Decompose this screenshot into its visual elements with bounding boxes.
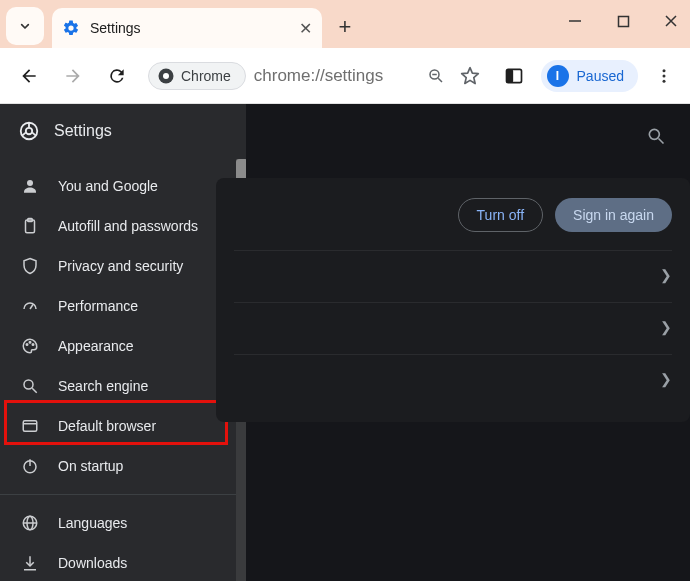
svg-rect-23 bbox=[23, 421, 37, 432]
svg-point-20 bbox=[32, 344, 34, 346]
profile-status-label: Paused bbox=[577, 68, 624, 84]
sidebar-item-label: You and Google bbox=[58, 178, 158, 194]
svg-point-13 bbox=[26, 128, 32, 134]
settings-main: Turn off Sign in again ❯ ❯ ❯ bbox=[246, 104, 690, 581]
tab-close-button[interactable]: ✕ bbox=[299, 19, 312, 38]
sidebar-item-performance[interactable]: Performance bbox=[0, 286, 246, 326]
svg-point-11 bbox=[663, 79, 666, 82]
side-panel-button[interactable] bbox=[497, 59, 531, 93]
sidebar-item-label: Languages bbox=[58, 515, 127, 531]
sync-card: Turn off Sign in again ❯ ❯ ❯ bbox=[216, 178, 690, 422]
tab-strip: Settings ✕ + bbox=[0, 0, 690, 48]
settings-gear-icon bbox=[62, 19, 80, 37]
sidebar-header[interactable]: Settings bbox=[0, 104, 246, 158]
sidebar-item-autofill[interactable]: Autofill and passwords bbox=[0, 206, 246, 246]
sidebar-item-label: On startup bbox=[58, 458, 123, 474]
card-row-3[interactable]: ❯ bbox=[234, 354, 672, 402]
sidebar-item-label: Autofill and passwords bbox=[58, 218, 198, 234]
sidebar-item-label: Privacy and security bbox=[58, 258, 183, 274]
svg-point-10 bbox=[663, 74, 666, 77]
window-controls bbox=[562, 8, 684, 34]
palette-icon bbox=[20, 336, 40, 356]
sidebar-items: You and Google Autofill and passwords Pr… bbox=[0, 158, 246, 581]
sidebar-item-privacy[interactable]: Privacy and security bbox=[0, 246, 246, 286]
svg-line-5 bbox=[438, 78, 442, 82]
bookmark-star-icon[interactable] bbox=[455, 61, 485, 91]
person-icon bbox=[20, 176, 40, 196]
main-header bbox=[246, 104, 690, 168]
sidebar-item-languages[interactable]: Languages bbox=[0, 503, 246, 543]
back-button[interactable] bbox=[10, 57, 48, 95]
avatar-icon: I bbox=[547, 65, 569, 87]
sidebar-item-search-engine[interactable]: Search engine bbox=[0, 366, 246, 406]
card-actions: Turn off Sign in again bbox=[234, 198, 672, 246]
sidebar-wrap: Settings You and Google Autofill and pas… bbox=[0, 104, 246, 581]
window-close-button[interactable] bbox=[658, 8, 684, 34]
omnibox[interactable]: Chrome chrome://settings bbox=[148, 61, 485, 91]
address-bar[interactable]: chrome://settings bbox=[254, 66, 413, 86]
sidebar-item-label: Downloads bbox=[58, 555, 127, 571]
svg-rect-1 bbox=[618, 16, 628, 26]
settings-sidebar: Settings You and Google Autofill and pas… bbox=[0, 104, 246, 581]
new-tab-button[interactable]: + bbox=[328, 10, 362, 44]
chevron-right-icon: ❯ bbox=[660, 371, 672, 387]
chevron-right-icon: ❯ bbox=[660, 267, 672, 283]
omnibox-actions bbox=[421, 61, 485, 91]
card-row-2[interactable]: ❯ bbox=[234, 302, 672, 350]
svg-point-21 bbox=[24, 380, 33, 389]
search-icon bbox=[20, 376, 40, 396]
svg-point-19 bbox=[29, 342, 31, 344]
settings-search-button[interactable] bbox=[640, 120, 672, 152]
card-row-1[interactable]: ❯ bbox=[234, 250, 672, 298]
profile-chip[interactable]: I Paused bbox=[541, 60, 638, 92]
tab-title: Settings bbox=[90, 20, 289, 36]
chrome-outline-icon bbox=[18, 120, 40, 142]
turn-off-button[interactable]: Turn off bbox=[458, 198, 543, 232]
svg-line-32 bbox=[659, 139, 664, 144]
sidebar-item-you-and-google[interactable]: You and Google bbox=[0, 166, 246, 206]
chevron-right-icon: ❯ bbox=[660, 319, 672, 335]
kebab-menu-button[interactable] bbox=[648, 60, 680, 92]
svg-point-14 bbox=[27, 180, 33, 186]
shield-icon bbox=[20, 256, 40, 276]
sidebar-item-label: Default browser bbox=[58, 418, 156, 434]
browser-toolbar: Chrome chrome://settings I Paused bbox=[0, 48, 690, 104]
sidebar-item-label: Performance bbox=[58, 298, 138, 314]
tab-search-button[interactable] bbox=[6, 7, 44, 45]
sidebar-item-default-browser[interactable]: Default browser bbox=[0, 406, 246, 446]
sidebar-item-appearance[interactable]: Appearance bbox=[0, 326, 246, 366]
download-icon bbox=[20, 553, 40, 573]
speedometer-icon bbox=[20, 296, 40, 316]
sidebar-item-label: Appearance bbox=[58, 338, 134, 354]
site-info-chip[interactable]: Chrome bbox=[148, 62, 246, 90]
chrome-logo-icon bbox=[157, 67, 175, 85]
svg-point-18 bbox=[26, 344, 28, 346]
sidebar-item-label: Search engine bbox=[58, 378, 148, 394]
svg-point-31 bbox=[649, 129, 659, 139]
sidebar-item-downloads[interactable]: Downloads bbox=[0, 543, 246, 581]
maximize-button[interactable] bbox=[610, 8, 636, 34]
svg-line-22 bbox=[32, 388, 37, 393]
sign-in-again-button[interactable]: Sign in again bbox=[555, 198, 672, 232]
svg-point-9 bbox=[663, 69, 666, 72]
toolbar-right: I Paused bbox=[497, 59, 680, 93]
browser-tab[interactable]: Settings ✕ bbox=[52, 8, 322, 48]
settings-app: Settings You and Google Autofill and pas… bbox=[0, 104, 690, 581]
browser-window-icon bbox=[20, 416, 40, 436]
reload-button[interactable] bbox=[98, 57, 136, 95]
site-info-label: Chrome bbox=[181, 68, 231, 84]
sidebar-title: Settings bbox=[54, 122, 112, 140]
forward-button[interactable] bbox=[54, 57, 92, 95]
address-text: chrome://settings bbox=[254, 66, 383, 86]
minimize-button[interactable] bbox=[562, 8, 588, 34]
globe-icon bbox=[20, 513, 40, 533]
power-icon bbox=[20, 456, 40, 476]
sidebar-divider bbox=[0, 494, 246, 495]
clipboard-icon bbox=[20, 216, 40, 236]
svg-point-3 bbox=[163, 73, 169, 79]
svg-rect-8 bbox=[506, 69, 513, 82]
sidebar-item-on-startup[interactable]: On startup bbox=[0, 446, 246, 486]
svg-line-17 bbox=[30, 305, 33, 310]
zoom-icon[interactable] bbox=[421, 61, 451, 91]
